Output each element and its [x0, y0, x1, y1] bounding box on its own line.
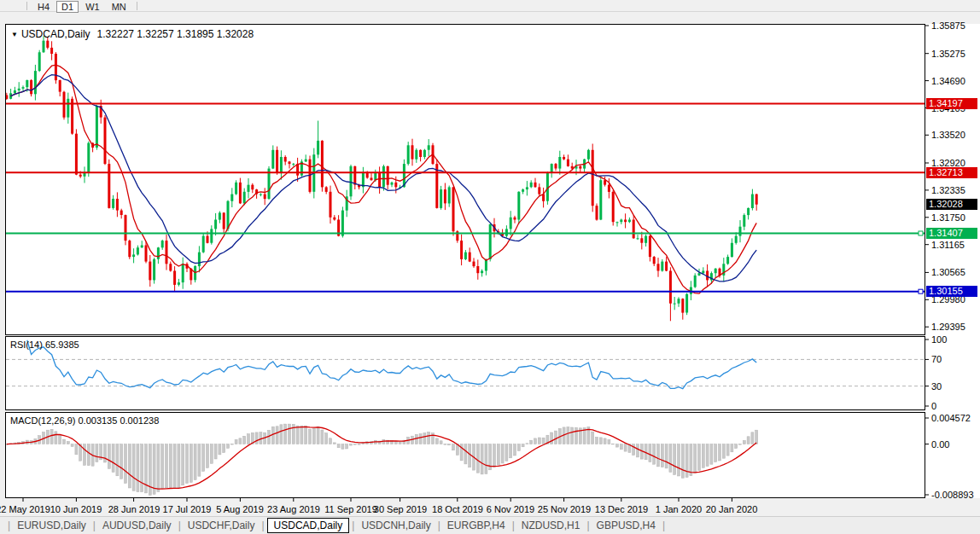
mt4-window: { "toolbar": { "timeframes": [ {"label":…	[0, 0, 980, 534]
macd-bar	[330, 438, 332, 444]
price-badge-support-green: 1.31407	[926, 228, 977, 239]
macd-bar	[731, 444, 733, 452]
candle-body	[731, 243, 733, 257]
candle-body	[260, 194, 262, 195]
candle-body	[79, 175, 82, 177]
rsi-tick-label: 30	[931, 381, 942, 392]
macd-bar	[96, 444, 98, 462]
candle-body	[271, 150, 274, 169]
candle-body	[214, 220, 217, 229]
candle-body	[702, 271, 704, 274]
candle-body	[440, 189, 442, 208]
candle-body	[125, 215, 127, 241]
rsi-tick-label: 0	[931, 401, 936, 411]
candle-body	[394, 183, 397, 187]
macd-bar	[141, 444, 143, 492]
candle-body	[460, 241, 463, 259]
macd-bar	[719, 444, 721, 461]
candle-body	[34, 71, 37, 94]
candle-body	[452, 187, 455, 231]
price-tick-label: 1.29395	[931, 322, 965, 332]
macd-bar	[444, 444, 446, 445]
chart-tab-usdcnh[interactable]: USDCNH,Daily	[355, 519, 436, 532]
candle-body	[67, 99, 69, 118]
level-handle-support-green[interactable]	[919, 231, 923, 235]
chart-tab-gbpusd[interactable]: GBPUSD,H4	[591, 519, 662, 532]
macd-bar	[194, 444, 196, 480]
chart-tab-audusd[interactable]: AUDUSD,Daily	[96, 519, 178, 532]
price-tick-label: 1.33520	[931, 130, 965, 140]
macd-bar	[125, 444, 127, 484]
candle-body	[141, 246, 143, 248]
candle-body	[248, 185, 250, 192]
candle-body	[579, 166, 581, 169]
macd-tick-label: 0.004572	[931, 413, 971, 423]
macd-bar	[104, 444, 107, 462]
candle-body	[75, 134, 78, 175]
macd-bar	[358, 444, 360, 445]
macd-bar	[530, 440, 533, 444]
level-handle-support-blue[interactable]	[919, 289, 923, 293]
chart-tab-eurgbp[interactable]: EURGBP,H4	[441, 519, 511, 532]
candle-body	[223, 212, 225, 229]
candle-body	[555, 164, 557, 168]
candle-body	[38, 52, 41, 71]
macd-bar	[694, 444, 697, 473]
macd-bar	[268, 430, 271, 444]
date-tick-label: 25 Nov 2019	[538, 504, 591, 514]
candle-body	[592, 150, 594, 206]
tab-separator: |	[352, 519, 354, 531]
macd-bar	[321, 430, 324, 444]
macd-bar	[271, 427, 274, 444]
candle-body	[645, 236, 647, 243]
macd-bar	[55, 432, 57, 444]
candle-body	[219, 212, 221, 219]
candle-body	[444, 189, 446, 203]
price-badge-support-blue: 1.30155	[926, 286, 977, 297]
macd-bar	[452, 444, 455, 450]
macd-bar	[333, 443, 335, 444]
macd-bar	[84, 444, 86, 466]
chart-tab-usdcad[interactable]: USDCAD,Daily	[267, 518, 350, 533]
candle-body	[620, 220, 622, 223]
candle-body	[649, 236, 651, 258]
candle-body	[391, 183, 394, 185]
macd-bar	[419, 434, 422, 444]
candle-body	[685, 294, 688, 313]
tab-separator: |	[662, 519, 665, 531]
macd-bar	[669, 444, 672, 473]
chart-tab-usdchf[interactable]: USDCHF,Daily	[182, 519, 261, 532]
candle-body	[387, 166, 389, 185]
chart-symbol-label: USDCAD,Daily	[21, 28, 90, 40]
candle-body	[678, 299, 680, 304]
tab-separator: |	[586, 519, 589, 531]
chart-tab-nzdusd[interactable]: NZDUSD,H1	[516, 519, 586, 532]
macd-bar	[715, 444, 717, 462]
macd-bar	[747, 437, 750, 444]
candle-body	[108, 164, 110, 208]
candle-body	[120, 211, 123, 215]
macd-bar	[67, 442, 69, 444]
macd-bar	[522, 444, 524, 447]
candle-body	[251, 185, 254, 190]
macd-histogram	[5, 424, 757, 495]
macd-bar	[415, 434, 417, 444]
chart-canvas[interactable]: 1.358751.352751.346901.341051.335201.329…	[0, 0, 980, 534]
chart-symbol-dropdown-icon[interactable]: ▼	[11, 31, 18, 38]
macd-bar	[239, 438, 242, 444]
macd-bar	[116, 444, 119, 476]
macd-bar	[112, 444, 114, 473]
tab-separator: |	[261, 519, 264, 531]
macd-bar	[296, 426, 299, 444]
date-tick-label: 28 Jun 2019	[108, 504, 160, 514]
chart-tab-eurusd[interactable]: EURUSD,Daily	[11, 519, 92, 532]
rsi-tick-label: 100	[931, 334, 947, 345]
candle-body	[526, 187, 528, 189]
candle-body	[128, 241, 131, 257]
candle-body	[84, 173, 86, 177]
date-tick-label: 5 Aug 2019	[216, 504, 264, 514]
candle-body	[448, 187, 451, 203]
macd-bar	[624, 444, 627, 452]
macd-bar	[161, 444, 164, 489]
macd-bar	[120, 444, 123, 479]
